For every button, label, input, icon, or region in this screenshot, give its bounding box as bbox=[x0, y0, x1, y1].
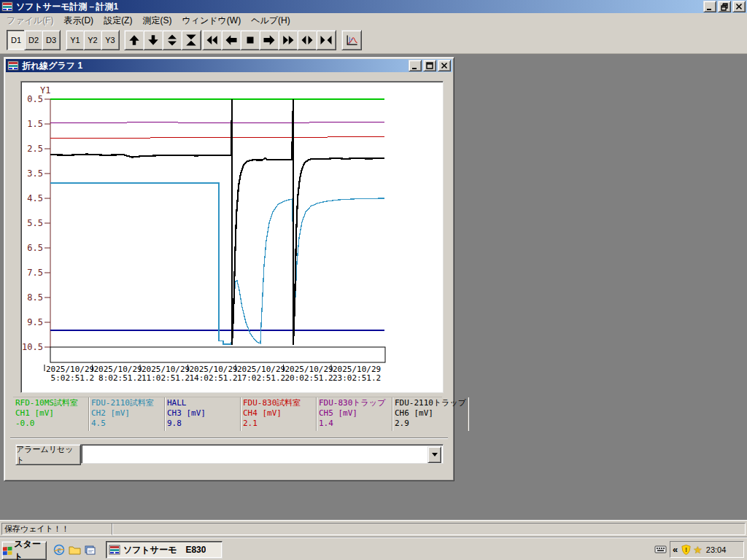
toolbar-button-y3[interactable]: Y3 bbox=[101, 30, 120, 50]
legend-sensor-name: FDU-830試料室 bbox=[243, 398, 314, 408]
tray-clock[interactable]: 23:04 bbox=[706, 545, 727, 554]
series-6 bbox=[50, 99, 384, 345]
series-3 bbox=[50, 136, 384, 138]
keyboard-layout-icon[interactable] bbox=[654, 544, 667, 554]
toolbar-step-forward-button[interactable] bbox=[259, 30, 279, 50]
app-title: ソフトサーモ計測－計測1 bbox=[16, 1, 702, 13]
toolbar-skip-forward-button[interactable] bbox=[278, 30, 298, 50]
toolbar-expand-horizontal-button[interactable] bbox=[297, 30, 317, 50]
toolbar-up-arrow-button[interactable] bbox=[124, 30, 144, 50]
toolbar: D1D2D3Y1Y2Y3 bbox=[0, 26, 747, 54]
legend-channel-label: CH1 [mV] bbox=[15, 408, 87, 419]
toolbar-expand-vertical-button[interactable] bbox=[162, 30, 182, 50]
security-shield-icon[interactable]: ! bbox=[681, 544, 692, 556]
legend-channel-3[interactable]: HALLCH3 [mV]9.8 bbox=[165, 397, 241, 431]
expand-horizontal-icon bbox=[301, 34, 314, 47]
legend-channel-value: 2.9 bbox=[395, 419, 466, 429]
separator bbox=[10, 438, 448, 439]
toolbar-button-y1[interactable]: Y1 bbox=[66, 30, 85, 50]
app-icon bbox=[1, 1, 13, 12]
legend-sensor-name: FDU-2110トラップ bbox=[395, 398, 466, 408]
y-tick-label: 3.5 bbox=[27, 168, 43, 179]
legend-channel-6[interactable]: FDU-2110トラップCH6 [mV]2.9 bbox=[392, 397, 468, 431]
line-chart: Y10.51.52.53.54.55.56.57.58.59.510.52025… bbox=[21, 82, 441, 391]
x-tick-time: 11:02:51.2 bbox=[142, 373, 190, 383]
maximize-button[interactable] bbox=[423, 60, 436, 71]
quick-launch-bar: e bbox=[53, 543, 98, 556]
graph-window-icon bbox=[7, 60, 19, 71]
taskbar-task-button[interactable]: ソフトサーモ E830 bbox=[106, 541, 222, 559]
toolbar-down-arrow-button[interactable] bbox=[143, 30, 163, 50]
windows-logo-icon bbox=[2, 545, 12, 556]
legend-channel-value: -0.0 bbox=[15, 419, 87, 429]
legend-channel-5[interactable]: FDU-830トラップCH5 [mV]1.4 bbox=[317, 397, 392, 431]
legend-channel-value: 1.4 bbox=[319, 419, 390, 429]
y-tick-label: 6.5 bbox=[27, 243, 43, 253]
chevron-down-icon bbox=[432, 453, 438, 456]
start-button[interactable]: スタート bbox=[1, 541, 47, 560]
legend-channel-value: 4.5 bbox=[91, 419, 163, 429]
legend-channel-value: 9.8 bbox=[167, 419, 239, 429]
close-icon bbox=[735, 2, 743, 11]
legend-sensor-name: HALL bbox=[167, 398, 239, 408]
restore-button[interactable] bbox=[718, 1, 731, 12]
y-tick-label: 10.5 bbox=[22, 342, 43, 352]
graph-window-titlebar: 折れ線グラフ 1 bbox=[6, 59, 452, 72]
y-tick-label: 8.5 bbox=[27, 292, 43, 303]
taskbar: スタート e ソフトサーモ E830 « ! ★ 23:04 bbox=[0, 537, 747, 560]
minimize-button[interactable] bbox=[409, 60, 422, 71]
folder-icon[interactable] bbox=[68, 544, 81, 556]
minimize-icon bbox=[411, 61, 419, 70]
legend-channel-4[interactable]: FDU-830試料室CH4 [mV]2.1 bbox=[241, 397, 317, 431]
toolbar-button-y2[interactable]: Y2 bbox=[83, 30, 102, 50]
y-tick-label: 0.5 bbox=[27, 94, 43, 104]
y-tick-label: 1.5 bbox=[27, 119, 43, 129]
system-tray: « ! ★ 23:04 bbox=[670, 541, 744, 558]
channel-legend: RFD-10MS試料室CH1 [mV]-0.0FDU-2110試料室CH2 [m… bbox=[13, 397, 442, 430]
legend-channel-label: CH3 [mV] bbox=[167, 408, 239, 419]
toolbar-skip-back-button[interactable] bbox=[202, 30, 222, 50]
toolbar-stop-button[interactable] bbox=[240, 30, 260, 50]
svg-text:!: ! bbox=[685, 546, 687, 553]
legend-channel-1[interactable]: RFD-10MS試料室CH1 [mV]-0.0 bbox=[13, 397, 89, 431]
legend-channel-2[interactable]: FDU-2110試料室CH2 [mV]4.5 bbox=[89, 397, 165, 431]
legend-channel-label: CH4 [mV] bbox=[243, 408, 314, 419]
collapse-horizontal-icon bbox=[320, 34, 333, 47]
x-tick-time: 5:02:51.2 bbox=[46, 373, 94, 383]
status-empty-panel bbox=[112, 523, 746, 535]
step-forward-icon bbox=[263, 34, 276, 47]
close-button[interactable] bbox=[438, 60, 451, 71]
toolbar-button-d2[interactable]: D2 bbox=[24, 30, 43, 50]
legend-sensor-name: FDU-2110試料室 bbox=[91, 398, 163, 408]
toolbar-button-d3[interactable]: D3 bbox=[42, 30, 61, 50]
step-back-icon bbox=[225, 34, 238, 47]
x-tick-time: 8:02:51.2 bbox=[94, 373, 142, 383]
status-bar: 保存ウェイト！！ bbox=[0, 520, 747, 536]
close-button[interactable] bbox=[732, 1, 746, 12]
graph-window-title: 折れ線グラフ 1 bbox=[22, 60, 407, 72]
up-arrow-icon bbox=[128, 34, 141, 47]
y-tick-label: 7.5 bbox=[27, 268, 43, 278]
toolbar-step-back-button[interactable] bbox=[221, 30, 241, 50]
tray-overflow-chevron[interactable]: « bbox=[673, 544, 678, 555]
toolbar-chart-settings-button[interactable] bbox=[341, 30, 362, 50]
close-icon bbox=[440, 61, 449, 70]
toolbar-collapse-vertical-button[interactable] bbox=[181, 30, 201, 50]
y-tick-label: 4.5 bbox=[27, 193, 43, 203]
show-desktop-icon[interactable] bbox=[83, 544, 96, 556]
toolbar-collapse-horizontal-button[interactable] bbox=[316, 30, 336, 50]
alarm-combobox[interactable] bbox=[81, 444, 444, 464]
x-tick-time: 17:02:51.2 bbox=[237, 373, 285, 383]
x-tick-time: 14:02:51.2 bbox=[190, 373, 238, 383]
legend-channel-value: 2.1 bbox=[243, 419, 314, 429]
toolbar-button-d1[interactable]: D1 bbox=[7, 30, 26, 50]
skip-back-icon bbox=[206, 34, 219, 47]
combobox-dropdown-button[interactable] bbox=[427, 446, 441, 463]
star-icon[interactable]: ★ bbox=[693, 544, 703, 556]
minimize-button[interactable] bbox=[703, 1, 716, 12]
skip-forward-icon bbox=[282, 34, 295, 47]
series-5 bbox=[50, 183, 384, 344]
alarm-reset-button[interactable]: アラームリセット bbox=[15, 444, 81, 465]
internet-explorer-icon[interactable]: e bbox=[53, 544, 66, 556]
y-tick-label: 2.5 bbox=[27, 144, 43, 154]
